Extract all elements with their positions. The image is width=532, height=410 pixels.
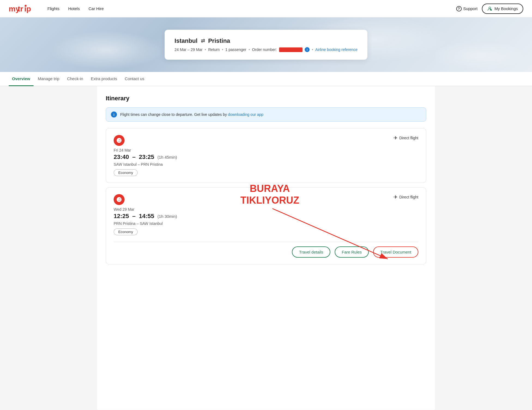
support-label: Support (463, 6, 478, 11)
svg-text:✓: ✓ (490, 9, 491, 11)
svg-text:tr: tr (18, 5, 23, 13)
plane-icon-1: ✈ (394, 135, 398, 141)
main-nav: Flights Hotels Car Hire (44, 4, 456, 13)
nav-car-hire[interactable]: Car Hire (85, 4, 107, 13)
trip-type: Return (208, 47, 220, 52)
arrive-time-1: 23:25 (139, 153, 154, 161)
flight-cards-section: Fri 24 Mar 23:40 – 23:25 (1h 45min) SAW … (106, 128, 426, 264)
svg-text:ip: ip (24, 5, 31, 13)
flight-left-2: Wed 29 Mar 12:25 – 14:55 (1h 30min) PRN … (114, 194, 394, 235)
booking-route: Istanbul ⇄ Pristina (174, 37, 357, 44)
plane-icon-2: ✈ (394, 194, 398, 200)
nav-hotels[interactable]: Hotels (65, 4, 83, 13)
flight-card-outbound: Fri 24 Mar 23:40 – 23:25 (1h 45min) SAW … (106, 128, 426, 183)
dot-4: • (312, 47, 313, 52)
direct-flight-label-1: ✈ Direct flight (394, 135, 418, 141)
duration-2: (1h 30min) (158, 214, 177, 219)
dot-1: • (205, 47, 206, 52)
my-bookings-button[interactable]: ✓ My Bookings (482, 4, 523, 14)
cabin-class-badge-1[interactable]: Economy (114, 169, 138, 176)
header: my tr ip Flights Hotels Car Hire ? Suppo… (0, 0, 532, 17)
flight-card-body-1: Fri 24 Mar 23:40 – 23:25 (1h 45min) SAW … (114, 135, 418, 176)
dot-3: • (249, 47, 250, 52)
flight-date-1: Fri 24 Mar (114, 148, 394, 152)
route-text-1: SAW Istanbul – PRN Pristina (114, 162, 394, 167)
logo[interactable]: my tr ip (9, 4, 33, 14)
my-bookings-label: My Bookings (494, 6, 518, 11)
arrive-time-2: 14:55 (139, 213, 154, 220)
tab-extra-products[interactable]: Extra products (87, 72, 120, 86)
airline-logo-1 (114, 135, 125, 146)
flight-time-row-2: 12:25 – 14:55 (1h 30min) (114, 213, 394, 220)
info-banner-icon: i (111, 111, 117, 117)
order-number-redacted: XXXXXXXXX (279, 47, 303, 52)
header-right: ? Support ✓ My Bookings (456, 4, 523, 14)
itinerary-title: Itinerary (106, 95, 426, 102)
flight-left-1: Fri 24 Mar 23:40 – 23:25 (1h 45min) SAW … (114, 135, 394, 176)
tab-contact-us[interactable]: Contact us (122, 72, 148, 86)
cabin-class-badge-2[interactable]: Economy (114, 228, 138, 235)
duration-1: (1h 45min) (158, 155, 177, 159)
order-info-icon[interactable]: i (305, 47, 310, 52)
flight-time-row-1: 23:40 – 23:25 (1h 45min) (114, 153, 394, 161)
travel-details-button[interactable]: Travel details (292, 246, 330, 258)
airline-logo-2 (114, 194, 125, 205)
info-banner-text: Flight times can change close to departu… (120, 112, 263, 117)
dash-2: – (132, 213, 135, 220)
nav-flights[interactable]: Flights (44, 4, 63, 13)
support-icon: ? (456, 6, 462, 11)
buttons-row: Travel details Fare Rules Travel Documen… (114, 242, 418, 258)
flight-right-2: ✈ Direct flight (394, 194, 418, 200)
flight-right-1: ✈ Direct flight (394, 135, 418, 141)
travel-document-button[interactable]: Travel Document (373, 246, 418, 258)
route-text-2: PRN Pristina – SAW Istanbul (114, 221, 394, 226)
destination-city: Pristina (208, 37, 230, 44)
flight-date-2: Wed 29 Mar (114, 207, 394, 212)
tab-overview[interactable]: Overview (9, 72, 34, 86)
tabs-bar: Overview Manage trip Check-in Extra prod… (0, 72, 532, 86)
route-arrows-icon: ⇄ (201, 38, 205, 44)
origin-city: Istanbul (174, 37, 197, 44)
passengers: 1 passenger (225, 47, 246, 52)
main-content: Itinerary i Flight times can change clos… (97, 86, 435, 410)
user-icon: ✓ (487, 6, 492, 11)
booking-dates: 24 Mar – 29 Mar (174, 47, 202, 52)
depart-time-1: 23:40 (114, 153, 129, 161)
fare-rules-button[interactable]: Fare Rules (335, 246, 369, 258)
flight-card-body-2: Wed 29 Mar 12:25 – 14:55 (1h 30min) PRN … (114, 194, 418, 235)
order-number-label: Order number: (252, 47, 277, 52)
booking-card: Istanbul ⇄ Pristina 24 Mar – 29 Mar • Re… (165, 30, 367, 60)
hero-banner: Istanbul ⇄ Pristina 24 Mar – 29 Mar • Re… (0, 17, 532, 72)
direct-flight-label-2: ✈ Direct flight (394, 194, 418, 200)
dash-1: – (132, 153, 135, 161)
info-banner: i Flight times can change close to depar… (106, 107, 426, 122)
support-button[interactable]: ? Support (456, 6, 478, 11)
download-app-link[interactable]: downloading our app (228, 112, 263, 117)
tab-check-in[interactable]: Check-in (64, 72, 86, 86)
booking-details: 24 Mar – 29 Mar • Return • 1 passenger •… (174, 47, 357, 52)
depart-time-2: 12:25 (114, 213, 129, 220)
flight-card-return: Wed 29 Mar 12:25 – 14:55 (1h 30min) PRN … (106, 187, 426, 264)
airline-ref-link[interactable]: Airline booking reference (315, 47, 358, 52)
dot-2: • (222, 47, 223, 52)
tab-manage-trip[interactable]: Manage trip (35, 72, 63, 86)
